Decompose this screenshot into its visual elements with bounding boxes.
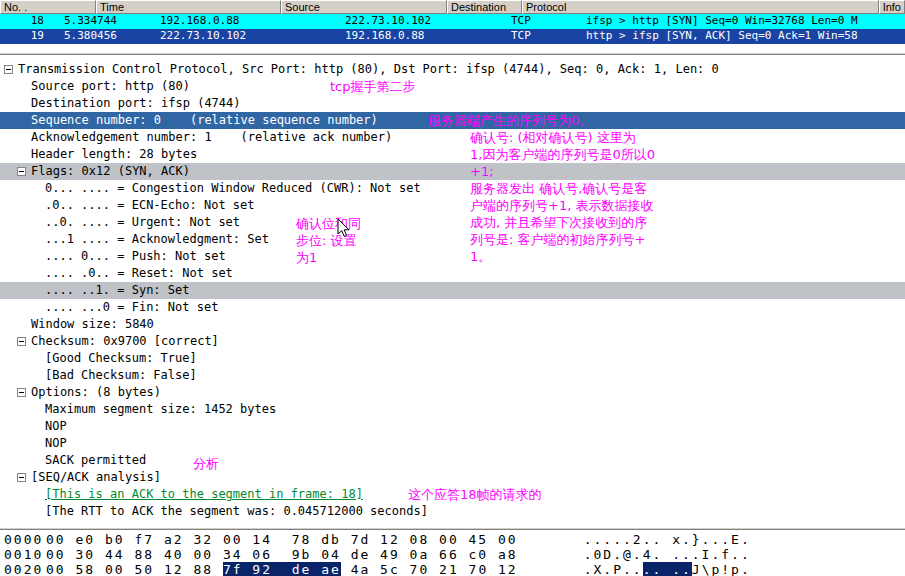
detail-row[interactable]: Transmission Control Protocol, Src Port:… <box>0 61 905 78</box>
detail-row[interactable]: .... .0.. = Reset: Not set <box>0 265 905 282</box>
detail-text: Flags: 0x12 (SYN, ACK) <box>31 163 190 180</box>
cell-source: 222.73.10.102 <box>158 29 343 44</box>
detail-text: Header length: 28 bytes <box>31 146 197 163</box>
detail-text: 0... .... = Congestion Window Reduced (C… <box>45 180 421 197</box>
detail-row[interactable]: Acknowledgement number: 1 (relative ack … <box>0 129 905 146</box>
hex-offset: 0010 <box>4 547 46 562</box>
hex-bytes[interactable]: 00 30 44 88 40 00 34 06 9b 04 de 49 0a 6… <box>46 547 518 562</box>
column-header[interactable]: Destination <box>447 0 522 14</box>
cell-destination: 222.73.10.102 <box>343 14 509 29</box>
cell-time: 5.380456 <box>62 29 158 44</box>
detail-text: Acknowledgement number: 1 (relative ack … <box>31 129 392 146</box>
annotation-seq-note: 服务器端产生的序列号为0。 <box>428 112 592 129</box>
detail-text: Options: (8 bytes) <box>31 384 161 401</box>
column-header[interactable]: Time <box>96 0 281 14</box>
hex-offset: 0020 <box>4 562 46 576</box>
hex-row[interactable]: 002000 58 00 50 12 88 7f 92 de ae 4a 5c … <box>4 562 905 576</box>
cell-no: 18 <box>0 14 62 29</box>
hex-dump-pane: 000000 e0 b0 f7 a2 32 00 14 78 db 7d 12 … <box>0 530 905 576</box>
detail-text: Window size: 5840 <box>31 316 154 333</box>
cell-time: 5.334744 <box>62 14 158 29</box>
cell-protocol: TCP <box>509 14 584 29</box>
mouse-cursor <box>337 218 351 238</box>
detail-text: [Bad Checksum: False] <box>45 367 197 384</box>
packet-row[interactable]: 19 5.380456 222.73.10.102 192.168.0.88 T… <box>0 29 905 44</box>
detail-row[interactable]: NOP <box>0 418 905 435</box>
detail-text: [SEQ/ACK analysis] <box>31 469 161 486</box>
packet-list-empty-area <box>0 44 905 52</box>
cell-protocol: TCP <box>509 29 584 44</box>
cell-info: ifsp > http [SYN] Seq=0 Win=32768 Len=0 … <box>584 14 905 29</box>
detail-row[interactable]: [Bad Checksum: False] <box>0 367 905 384</box>
expander-icon[interactable] <box>4 65 13 74</box>
cell-no: 19 <box>0 29 62 44</box>
detail-row[interactable]: [SEQ/ACK analysis] <box>0 469 905 486</box>
detail-row[interactable]: Flags: 0x12 (SYN, ACK) <box>0 163 905 180</box>
detail-text: .... .0.. = Reset: Not set <box>45 265 233 282</box>
column-header[interactable]: Info <box>879 0 905 14</box>
detail-row[interactable]: Source port: http (80) <box>0 78 905 95</box>
detail-text: [Good Checksum: True] <box>45 350 197 367</box>
expander-icon[interactable] <box>17 473 26 482</box>
detail-text: Destination port: ifsp (4744) <box>31 95 241 112</box>
detail-row[interactable]: Destination port: ifsp (4744) <box>0 95 905 112</box>
detail-text: Maximum segment size: 1452 bytes <box>45 401 276 418</box>
detail-row[interactable]: Maximum segment size: 1452 bytes <box>0 401 905 418</box>
cell-info: http > ifsp [SYN, ACK] Seq=0 Ack=1 Win=5… <box>584 29 905 44</box>
detail-row[interactable]: .0.. .... = ECN-Echo: Not set <box>0 197 905 214</box>
expander-icon[interactable] <box>17 388 26 397</box>
detail-row[interactable]: Header length: 28 bytes <box>0 146 905 163</box>
hex-ascii[interactable]: .....2.. x.}...E. <box>584 532 751 547</box>
detail-text: Sequence number: 0 (relative sequence nu… <box>31 112 378 129</box>
hex-ascii[interactable]: .X.P.... ..J\p!p. <box>584 562 751 576</box>
detail-row[interactable]: .... ...0 = Fin: Not set <box>0 299 905 316</box>
expander-icon[interactable] <box>17 337 26 346</box>
detail-row[interactable]: ...1 .... = Acknowledgment: Set <box>0 231 905 248</box>
packet-list: 18 5.334744 192.168.0.88 222.73.10.102 T… <box>0 14 905 44</box>
wireshark-window: No. . Time Source Destination Protocol I… <box>0 0 905 576</box>
detail-row[interactable]: Checksum: 0x9700 [correct] <box>0 333 905 350</box>
annotation-analysis: 分析 <box>193 455 219 472</box>
detail-text: .... ..1. = Syn: Set <box>45 282 190 299</box>
detail-text: SACK permitted <box>45 452 146 469</box>
detail-row[interactable]: ..0. .... = Urgent: Not set <box>0 214 905 231</box>
detail-text: [This is an ACK to the segment in frame:… <box>45 486 363 503</box>
cell-destination: 192.168.0.88 <box>343 29 509 44</box>
column-header[interactable]: No. . <box>0 0 96 14</box>
detail-row[interactable]: NOP <box>0 435 905 452</box>
hex-row[interactable]: 001000 30 44 88 40 00 34 06 9b 04 de 49 … <box>4 547 905 562</box>
detail-text: Checksum: 0x9700 [correct] <box>31 333 219 350</box>
detail-row[interactable]: .... ..1. = Syn: Set <box>0 282 905 299</box>
hex-bytes[interactable]: 00 58 00 50 12 88 7f 92 de ae 4a 5c 70 2… <box>46 562 518 576</box>
detail-text: NOP <box>45 418 67 435</box>
detail-text: Source port: http (80) <box>31 78 190 95</box>
detail-row[interactable]: 0... .... = Congestion Window Reduced (C… <box>0 180 905 197</box>
detail-row[interactable]: [The RTT to ACK the segment was: 0.04571… <box>0 503 905 520</box>
expander-icon[interactable] <box>17 167 26 176</box>
annotation-ack-note: 确认号: (相对确认号) 这里为 1,因为客户端的序列号是0所以0 +1; 服务… <box>470 129 655 265</box>
detail-text: .0.. .... = ECN-Echo: Not set <box>45 197 255 214</box>
detail-text: [The RTT to ACK the segment was: 0.04571… <box>45 503 428 520</box>
hex-ascii[interactable]: .0D.@.4. ...I.f.. <box>584 547 751 562</box>
detail-row[interactable]: Options: (8 bytes) <box>0 384 905 401</box>
annotation-flag-note: 确认位和同 步位: 设置 为1 <box>296 215 361 266</box>
detail-text: .... ...0 = Fin: Not set <box>45 299 218 316</box>
detail-text: Transmission Control Protocol, Src Port:… <box>18 61 719 78</box>
detail-row[interactable]: .... 0... = Push: Not set <box>0 248 905 265</box>
detail-text: ...1 .... = Acknowledgment: Set <box>45 231 269 248</box>
packet-detail-pane: Transmission Control Protocol, Src Port:… <box>0 55 905 527</box>
column-header[interactable]: Protocol <box>522 0 879 14</box>
detail-tree: Transmission Control Protocol, Src Port:… <box>0 61 905 520</box>
packet-row[interactable]: 18 5.334744 192.168.0.88 222.73.10.102 T… <box>0 14 905 29</box>
detail-text: ..0. .... = Urgent: Not set <box>45 214 240 231</box>
hex-offset: 0000 <box>4 532 46 547</box>
detail-row[interactable]: SACK permitted <box>0 452 905 469</box>
hex-bytes[interactable]: 00 e0 b0 f7 a2 32 00 14 78 db 7d 12 08 0… <box>46 532 518 547</box>
detail-row[interactable]: Window size: 5840 <box>0 316 905 333</box>
detail-row[interactable]: [Good Checksum: True] <box>0 350 905 367</box>
cell-source: 192.168.0.88 <box>158 14 343 29</box>
hex-row[interactable]: 000000 e0 b0 f7 a2 32 00 14 78 db 7d 12 … <box>4 532 905 547</box>
detail-text: NOP <box>45 435 67 452</box>
column-header[interactable]: Source <box>281 0 447 14</box>
annotation-frame-ref: 这个应答18帧的请求的 <box>408 486 542 503</box>
